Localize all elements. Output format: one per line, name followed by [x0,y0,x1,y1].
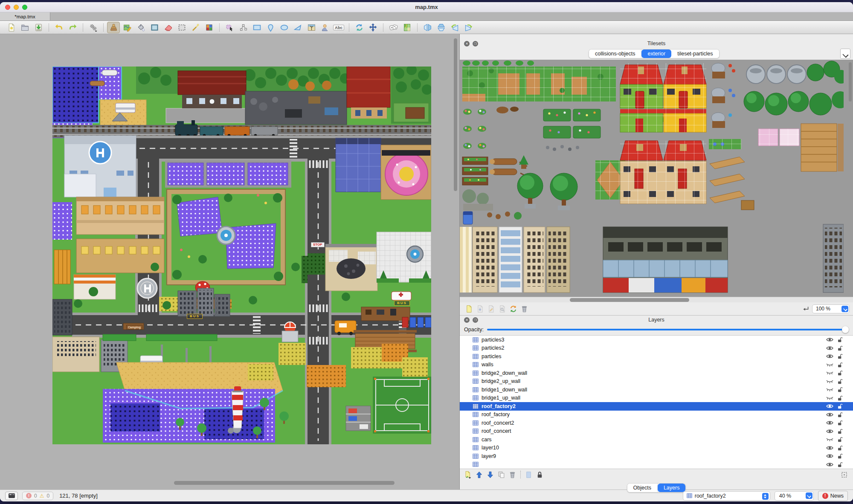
tool-edit-polygons[interactable] [237,22,250,33]
eye-open-icon[interactable] [826,353,833,359]
news-button[interactable]: ! News [818,491,848,501]
eye-closed-icon[interactable] [826,387,833,392]
eye-open-icon[interactable] [826,462,833,467]
lock-open-icon[interactable] [837,362,843,368]
eye-open-icon[interactable] [826,403,833,409]
eye-closed-icon[interactable] [826,437,833,442]
issues-counter[interactable]: ! 0 ⚠ 0 [22,492,53,500]
reload-tileset[interactable] [508,304,519,314]
layer-row-bridge2_up_wall[interactable]: bridge2_up_wall [460,377,853,386]
tool-select-objects[interactable] [223,22,236,33]
close-window-button[interactable] [5,5,10,10]
tool-random-mode[interactable] [387,22,400,33]
layer-row-particles3[interactable]: particles3 [460,336,853,344]
layer-row-bridge1_up_wall[interactable]: bridge1_up_wall [460,394,853,403]
tool-magic-wand[interactable] [189,22,202,33]
tool-flip-vertical[interactable] [435,22,447,33]
float-panel-icon[interactable] [473,317,478,323]
map-horizontal-scrollbar[interactable] [174,481,395,485]
tool-insert-ellipse[interactable] [278,22,290,33]
map-zoom-select[interactable]: 40 % [775,491,814,501]
lock-open-icon[interactable] [837,429,843,434]
eye-open-icon[interactable] [826,420,833,426]
tool-export-map[interactable] [32,22,45,33]
lock-open-icon[interactable] [837,387,843,392]
dock-tab-layers[interactable]: Layers [658,484,686,492]
opacity-slider[interactable] [487,327,849,333]
lock-open-icon[interactable] [837,337,843,342]
tileset-tab-tileset-particles[interactable]: tileset-particles [671,49,719,58]
tileset-tab-collisions-objects[interactable]: collisions-objects [589,49,641,58]
tileset-dropdown-icon[interactable] [840,49,850,59]
export-tileset[interactable] [485,304,496,314]
small-tool-button[interactable] [473,469,485,480]
tool-rotate-objects[interactable] [353,22,366,33]
lock-open-icon[interactable] [837,345,843,351]
tool-move-view[interactable] [366,22,379,33]
tool-redo[interactable] [66,22,79,33]
dock-tab-objects[interactable]: Objects [627,484,658,492]
tileset-tab-exterior[interactable]: exterior [641,49,671,58]
lock-open-icon[interactable] [837,403,843,409]
tool-select-same-tile[interactable] [203,22,215,33]
eye-open-icon[interactable] [826,337,833,342]
map-canvas[interactable] [52,67,431,444]
tool-rectangular-select[interactable] [175,22,188,33]
tool-insert-tile[interactable] [305,22,318,33]
lock-open-icon[interactable] [837,395,843,401]
lock-open-icon[interactable] [837,412,843,417]
zoom-window-button[interactable] [22,5,27,10]
lock-open-icon[interactable] [837,353,843,359]
eye-open-icon[interactable] [826,429,833,434]
tool-insert-template[interactable] [319,22,331,33]
embed-tileset[interactable] [474,304,485,314]
layer-row-roof_factory[interactable]: roof_factory [460,411,853,419]
tileset-vertical-scrollbar[interactable] [849,62,852,101]
lock-open-icon[interactable] [837,462,843,467]
eye-open-icon[interactable] [826,345,833,351]
layer-row-roof_concert2[interactable]: roof_concert2 [460,419,853,427]
close-panel-icon[interactable] [464,317,470,323]
layer-row-roof_concert[interactable]: roof_concert [460,427,853,436]
lock-open-icon[interactable] [837,420,843,426]
tool-stamp-brush[interactable] [107,22,120,33]
tileset-horizontal-scrollbar[interactable] [570,298,689,302]
tool-insert-text[interactable]: Abc [332,22,345,33]
small-tool-button[interactable] [496,469,507,480]
tool-shape-fill[interactable] [148,22,161,33]
tool-bucket-fill[interactable] [134,22,147,33]
small-tool-button[interactable] [507,469,518,480]
small-tool-button[interactable] [485,469,496,480]
tileset-view[interactable] [460,60,853,297]
layer-row-roof_factory2[interactable]: roof_factory2 [460,402,853,411]
small-tool-button[interactable] [462,469,473,480]
lock-open-icon[interactable] [837,445,843,451]
lock-open-icon[interactable] [837,453,843,459]
layer-row-bridge2_down_wall[interactable]: bridge2_down_wall [460,369,853,377]
document-tab[interactable]: *map.tmx [0,12,50,20]
layer-row-walls[interactable]: walls [460,361,853,369]
float-panel-icon[interactable] [473,41,478,46]
layer-row[interactable] [460,461,853,469]
layer-row-cars[interactable]: cars [460,435,853,444]
tool-flip-horizontal[interactable] [421,22,434,33]
tool-open-map[interactable] [18,22,31,33]
small-tool-button[interactable] [523,469,534,480]
lock-open-icon[interactable] [837,370,843,376]
tool-rotate-right[interactable] [462,22,475,33]
eye-closed-icon[interactable] [826,362,833,368]
eye-open-icon[interactable] [826,445,833,451]
opacity-slider-handle[interactable] [842,326,849,333]
map-vertical-scrollbar[interactable] [454,38,457,191]
map-view[interactable]: STOP BUS BUS Camping [0,34,460,490]
tool-insert-rectangle[interactable] [250,22,263,33]
tileset-canvas[interactable] [460,60,844,297]
tool-terrain-brush[interactable] [121,22,133,33]
tool-new-map[interactable] [5,22,17,33]
remove-tileset[interactable] [519,304,530,314]
layer-row-layer9[interactable]: layer9 [460,452,853,461]
lock-open-icon[interactable] [837,437,843,442]
tool-execute-command[interactable] [87,22,99,33]
small-tool-button[interactable] [534,469,545,480]
lock-open-icon[interactable] [837,379,843,384]
